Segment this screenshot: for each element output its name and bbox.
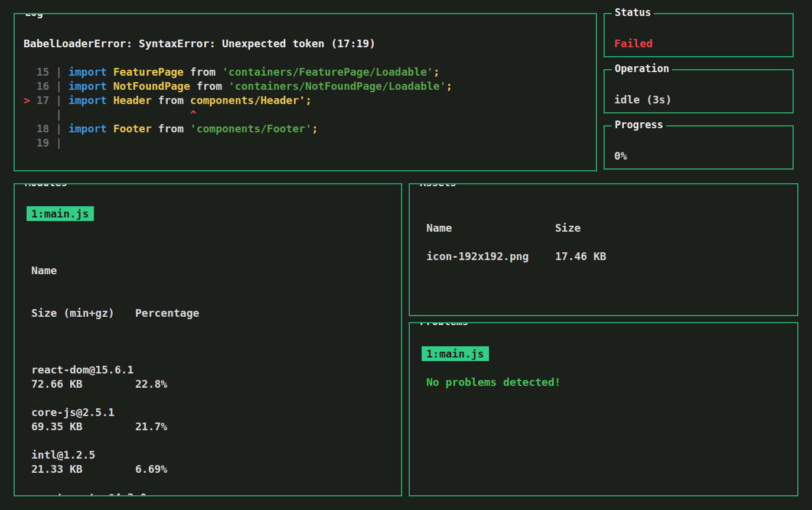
- assets-table-header: NameSize: [426, 221, 781, 235]
- assets-body: NameSize icon-192x192.png17.46 KB: [410, 184, 797, 264]
- code-frame: 15 | import FeaturePage from 'containers…: [24, 65, 586, 150]
- code-line: 18 | import Footer from 'components/Foot…: [24, 122, 586, 136]
- module-size-row: 21.33 KB6.69%: [31, 462, 384, 476]
- module-row: react-dom@15.6.172.66 KB22.8%: [31, 363, 384, 391]
- code-token: import: [69, 66, 107, 78]
- module-name: react-router@4.2.0: [31, 490, 384, 496]
- operation-panel-title: Operation: [612, 63, 672, 74]
- error-line-marker: [24, 122, 30, 135]
- problems-panel-title: Problems: [417, 322, 471, 327]
- top-row: Log BabelLoaderError: SyntaxError: Unexp…: [14, 13, 798, 171]
- code-line: 19 |: [24, 136, 586, 150]
- asset-row: icon-192x192.png17.46 KB: [426, 249, 781, 264]
- module-name: core-js@2.5.1: [31, 405, 384, 420]
- modules-body: 1:main.js Name Size (min+gz)Percentage r…: [15, 184, 401, 496]
- code-token: from: [152, 94, 190, 106]
- module-percentage: 21.7%: [135, 420, 167, 433]
- log-panel: Log BabelLoaderError: SyntaxError: Unexp…: [14, 13, 597, 171]
- log-panel-title: Log: [22, 13, 46, 18]
- status-value: Failed: [614, 37, 793, 51]
- modules-panel: Modules 1:main.js Name Size (min+gz)Perc…: [14, 183, 402, 496]
- operation-value: idle (3s): [614, 93, 793, 107]
- module-name: intl@1.2.5: [31, 448, 384, 462]
- module-row: intl@1.2.521.33 KB6.69%: [31, 448, 384, 476]
- code-token: ;: [446, 80, 452, 92]
- assets-panel: Assets NameSize icon-192x192.png17.46 KB: [409, 183, 798, 316]
- module-percentage: 22.8%: [135, 378, 167, 390]
- progress-panel-title: Progress: [612, 119, 666, 131]
- code-token: ;: [433, 66, 440, 78]
- code-token: 'components/Footer': [190, 122, 312, 135]
- error-line-marker: >: [24, 94, 30, 106]
- asset-name: icon-192x192.png: [426, 249, 555, 264]
- error-message: BabelLoaderError: SyntaxError: Unexpecte…: [24, 37, 586, 51]
- modules-badge-row: 1:main.js: [31, 207, 384, 221]
- line-gutter: > 17 |: [24, 94, 69, 106]
- modules-selected-tab[interactable]: 1:main.js: [27, 206, 94, 221]
- problems-message: No problems detected!: [426, 375, 781, 389]
- code-token: [107, 94, 113, 106]
- modules-header-percentage: Percentage: [135, 307, 199, 319]
- code-token: ^: [190, 108, 197, 121]
- code-token: 'containers/NotFoundPage/Loadable': [229, 80, 446, 92]
- line-gutter: 15 |: [24, 66, 69, 78]
- code-line: 16 | import NotFoundPage from 'container…: [24, 79, 586, 93]
- line-gutter: 18 |: [24, 122, 69, 135]
- webpack-dashboard-app: Log BabelLoaderError: SyntaxError: Unexp…: [14, 13, 798, 496]
- line-gutter: 19 |: [24, 137, 69, 149]
- status-panel-title: Status: [612, 7, 654, 18]
- problems-panel: Problems 1:main.js No problems detected!: [409, 322, 798, 496]
- module-size-row: 69.35 KB21.7%: [31, 420, 384, 434]
- code-line: 15 | import FeaturePage from 'containers…: [24, 65, 586, 79]
- code-token: FeaturePage: [113, 66, 184, 78]
- assets-header-size: Size: [555, 222, 581, 234]
- code-token: from: [184, 66, 222, 78]
- code-token: 'containers/FeaturePage/Loadable': [222, 66, 433, 78]
- code-token: from: [190, 80, 229, 92]
- module-row: core-js@2.5.169.35 KB21.7%: [31, 405, 384, 434]
- modules-list: react-dom@15.6.172.66 KB22.8%core-js@2.5…: [31, 363, 384, 496]
- code-line: | ^: [24, 108, 586, 122]
- progress-panel: Progress 0%: [604, 125, 794, 170]
- bottom-row: Modules 1:main.js Name Size (min+gz)Perc…: [14, 183, 798, 496]
- error-line-marker: [24, 80, 30, 92]
- problems-selected-tab[interactable]: 1:main.js: [422, 346, 489, 361]
- assets-list: icon-192x192.png17.46 KB: [426, 249, 781, 264]
- code-token: ;: [312, 122, 318, 135]
- operation-panel: Operation idle (3s): [604, 69, 794, 113]
- error-line-marker: [24, 137, 30, 149]
- module-row: react-router@4.2.016.88 KB5.29%: [31, 490, 384, 496]
- status-panel: Status Failed: [604, 13, 794, 57]
- line-gutter: |: [24, 108, 69, 121]
- error-line-marker: [24, 66, 30, 78]
- assets-panel-title: Assets: [417, 183, 459, 189]
- modules-header-name: Name: [31, 264, 384, 278]
- problems-badge-row: 1:main.js: [426, 347, 781, 361]
- code-token: import: [69, 94, 107, 106]
- error-line-marker: [24, 108, 30, 121]
- code-token: [107, 80, 113, 92]
- module-percentage: 6.69%: [135, 463, 167, 475]
- code-token: [107, 122, 113, 135]
- code-token: import: [69, 122, 107, 135]
- progress-value: 0%: [614, 149, 793, 163]
- modules-panel-title: Modules: [22, 183, 70, 189]
- problems-body: 1:main.js No problems detected!: [410, 323, 797, 389]
- module-size: 72.66 KB: [31, 377, 135, 391]
- code-token: import: [69, 80, 107, 92]
- modules-header-size-row: Size (min+gz)Percentage: [31, 306, 384, 320]
- code-token: [107, 66, 113, 78]
- right-column: Assets NameSize icon-192x192.png17.46 KB…: [409, 183, 798, 496]
- code-token: from: [152, 122, 190, 135]
- modules-header-size: Size (min+gz): [31, 306, 135, 320]
- code-token: [69, 108, 190, 121]
- asset-size: 17.46 KB: [555, 250, 606, 262]
- code-line: > 17 | import Header from components/Hea…: [24, 93, 586, 108]
- module-name: react-dom@15.6.1: [31, 363, 384, 377]
- module-size: 21.33 KB: [31, 462, 135, 476]
- code-token: Header: [113, 94, 152, 106]
- log-scroll-area[interactable]: BabelLoaderError: SyntaxError: Unexpecte…: [15, 14, 596, 150]
- module-size-row: 72.66 KB22.8%: [31, 377, 384, 391]
- code-token: components/Header';: [190, 94, 312, 106]
- line-gutter: 16 |: [24, 80, 69, 92]
